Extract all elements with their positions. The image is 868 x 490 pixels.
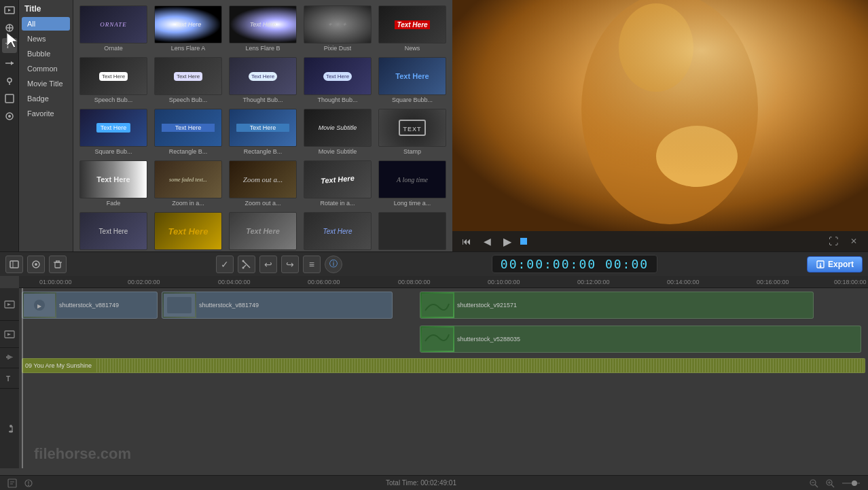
svg-text:▶: ▶ xyxy=(37,303,42,309)
title-news[interactable]: Text Here News xyxy=(376,4,448,53)
title-placeholder5 xyxy=(376,211,448,251)
svg-marker-1 xyxy=(8,9,11,12)
category-movie-title[interactable]: Movie Title xyxy=(22,77,70,90)
titles-panel: ORNATE Ornate Text Here Lens Flare A Tex… xyxy=(73,0,452,251)
title-rect-b1-label: Rectangle B... xyxy=(169,148,208,155)
status-icon-left[interactable] xyxy=(7,478,18,489)
svg-text:T: T xyxy=(6,375,10,383)
video-clip-v2[interactable]: shutterstock_v5288035 xyxy=(420,326,861,353)
title-track-icon: T xyxy=(4,373,15,384)
close-preview-button[interactable]: ✕ xyxy=(846,234,861,249)
video-clip-v1c[interactable]: shutterstock_v921571 xyxy=(420,292,814,319)
category-news[interactable]: News xyxy=(22,32,70,46)
title-rotate-in-label: Rotate in a... xyxy=(320,200,355,207)
svg-marker-37 xyxy=(7,333,11,336)
export-button[interactable]: Export xyxy=(807,256,863,273)
title-pixel-dust[interactable]: ✦ ✦ ✦ Pixie Dust xyxy=(302,4,374,53)
svg-rect-17 xyxy=(452,0,868,251)
title-speech-bub1[interactable]: Text Here Speech Bub... xyxy=(77,56,149,105)
title-rect-b2[interactable]: Text Here Rectangle B... xyxy=(227,107,299,156)
step-back-button[interactable]: ◀ xyxy=(480,234,494,249)
trim-button[interactable] xyxy=(238,256,255,273)
title-gold[interactable]: Text Here Gold xyxy=(152,211,224,251)
sidebar-icon-media[interactable] xyxy=(2,3,17,18)
category-common[interactable]: Common xyxy=(22,62,70,75)
info-button[interactable]: ⓘ xyxy=(325,256,342,273)
title-zoom-in[interactable]: some faded text... Zoom in a... xyxy=(152,159,224,208)
title-long-time[interactable]: A long time Long time a... xyxy=(376,159,448,208)
approve-button[interactable]: ✓ xyxy=(216,256,234,273)
title-speech-bub2[interactable]: Text Here Speech Bub... xyxy=(152,56,224,105)
category-all[interactable]: All xyxy=(22,17,70,31)
music-track-icon xyxy=(4,423,15,434)
title-thought-bub2[interactable]: Text Here Thought Bub... xyxy=(302,56,374,105)
svg-marker-7 xyxy=(11,61,14,65)
title-square-bub2-label: Square Bub... xyxy=(94,148,132,155)
sidebar-icon-transitions[interactable] xyxy=(2,56,17,71)
title-zoom-out[interactable]: Zoom out a... Zoom out a... xyxy=(227,159,299,208)
ruler-mark-7: 00:14:00:00 xyxy=(667,279,700,285)
sidebar-icon-titles[interactable]: T xyxy=(2,38,17,53)
zoom-in-icon[interactable] xyxy=(825,478,835,489)
title-movie-subtitle[interactable]: Movie Subtitle Movie Subtitle xyxy=(302,107,374,156)
audio-clip[interactable]: 09 You Are My Sunshine xyxy=(22,358,865,373)
sidebar-icon-backgrounds[interactable] xyxy=(2,91,17,106)
title-thought-bub2-label: Thought Bub... xyxy=(317,97,357,103)
title-square-bub1[interactable]: Text Here Square Bubb... xyxy=(376,56,448,105)
undo-button[interactable]: ↩ xyxy=(259,256,277,273)
redo-button[interactable]: ↪ xyxy=(281,256,299,273)
playhead-indicator[interactable] xyxy=(520,238,527,245)
svg-point-30 xyxy=(242,266,244,268)
video-clip-v1b[interactable]: shutterstock_v881749 xyxy=(162,292,393,319)
title-lens-flare-a[interactable]: Text Here Lens Flare A xyxy=(152,4,224,53)
status-icon-right[interactable] xyxy=(23,478,34,489)
title-ornate[interactable]: ORNATE Ornate xyxy=(77,4,149,53)
title-thought-bub[interactable]: Text Here Thought Bub... xyxy=(227,56,299,105)
svg-point-21 xyxy=(35,263,37,266)
play-button[interactable]: ▶ xyxy=(500,234,515,249)
title-ornate-label: Ornate xyxy=(104,45,123,52)
title-rotate-in[interactable]: Text Here Rotate in a... xyxy=(302,159,374,208)
clip-icon[interactable] xyxy=(5,256,23,273)
sidebar-icon-audio[interactable] xyxy=(2,20,17,35)
category-bubble[interactable]: Bubble xyxy=(22,47,70,60)
title-rect-b1[interactable]: Text Here Rectangle B... xyxy=(152,107,224,156)
title-speech-bub1-label: Speech Bub... xyxy=(94,97,133,103)
timeline: T 01:00:00:00 00:02:00:00 00:04:00:00 00… xyxy=(0,276,868,468)
category-favorite[interactable]: Favorite xyxy=(22,107,70,120)
ruler-mark-6: 00:12:00:00 xyxy=(577,279,610,285)
trash-button[interactable] xyxy=(49,256,67,273)
svg-point-54 xyxy=(28,485,29,486)
title-lens-flare-b-label: Lens Flare B xyxy=(245,45,280,52)
title-overlap[interactable]: Text Here Overlap xyxy=(77,211,149,251)
title-stamp[interactable]: TEXT Stamp xyxy=(376,107,448,156)
category-badge[interactable]: Badge xyxy=(22,92,70,105)
sidebar: T xyxy=(0,0,19,251)
clip-v1b-label: shutterstock_v881749 xyxy=(196,302,261,309)
audio-icon[interactable] xyxy=(27,256,45,273)
fullscreen-button[interactable]: ⛶ xyxy=(826,234,841,249)
main-timecode: 00:00:00:00 00:00 xyxy=(492,255,657,273)
export-label: Export xyxy=(828,260,854,269)
audio-label: 09 You Are My Sunshine xyxy=(22,362,94,369)
svg-point-12 xyxy=(8,115,11,118)
zoom-slider[interactable] xyxy=(841,478,861,489)
clip-v1a-label: shutterstock_v881749 xyxy=(56,302,122,309)
preview-image xyxy=(452,0,868,251)
video-clip-v1a[interactable]: ▶ shutterstock_v881749 xyxy=(22,292,158,319)
list-button[interactable]: ≡ xyxy=(303,256,321,273)
svg-rect-22 xyxy=(55,262,60,268)
svg-rect-46 xyxy=(167,297,192,313)
zoom-out-icon[interactable] xyxy=(808,478,819,489)
sidebar-icon-maps[interactable] xyxy=(2,73,17,88)
title-square-bub2[interactable]: Text Here Square Bub... xyxy=(77,107,149,156)
rewind-button[interactable]: ⏮ xyxy=(459,234,474,249)
title-fade-label: Fade xyxy=(107,200,121,207)
title-metal[interactable]: Text Here Metal xyxy=(227,211,299,251)
title-lens-flare-b[interactable]: Text Here Lens Flare B xyxy=(227,4,299,53)
sidebar-icon-itunes[interactable] xyxy=(2,109,17,124)
title-fade[interactable]: Text Here Fade xyxy=(77,159,149,208)
timeline-ruler: 01:00:00:00 00:02:00:00 00:04:00:00 00:0… xyxy=(19,276,868,288)
title-rotate-out[interactable]: Text Here Rotate out ... xyxy=(302,211,374,251)
title-square-bub1-label: Square Bubb... xyxy=(392,97,433,103)
